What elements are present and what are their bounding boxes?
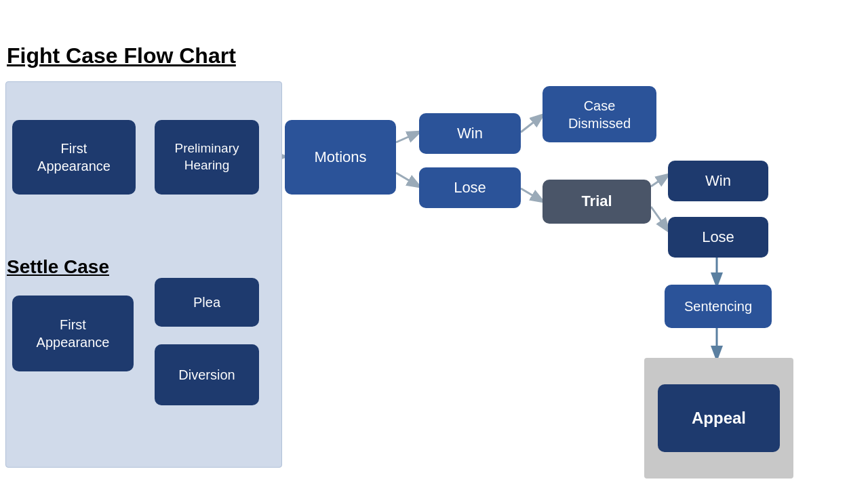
appeal-container: Appeal	[644, 358, 793, 479]
svg-line-4	[521, 115, 542, 132]
first-appearance-fight-node: FirstAppearance	[12, 120, 136, 195]
first-appearance-settle-node: FirstAppearance	[12, 296, 134, 371]
svg-line-6	[651, 175, 668, 186]
svg-line-2	[396, 132, 419, 142]
page-title: Fight Case Flow Chart	[7, 43, 236, 68]
svg-line-3	[396, 173, 419, 186]
lose-motions-node: Lose	[419, 167, 521, 208]
svg-line-5	[521, 188, 542, 201]
lose-trial-node: Lose	[668, 217, 768, 258]
win-trial-node: Win	[668, 161, 768, 201]
settle-case-label: Settle Case	[7, 256, 109, 278]
appeal-node: Appeal	[658, 384, 780, 452]
diversion-node: Diversion	[155, 344, 259, 405]
trial-node: Trial	[542, 180, 651, 224]
sentencing-node: Sentencing	[665, 285, 772, 328]
svg-line-7	[651, 207, 668, 230]
case-dismissed-node: CaseDismissed	[542, 86, 656, 142]
motions-node: Motions	[285, 120, 396, 195]
preliminary-hearing-node: PreliminaryHearing	[155, 120, 259, 195]
win-motions-node: Win	[419, 113, 521, 154]
plea-node: Plea	[155, 278, 259, 327]
